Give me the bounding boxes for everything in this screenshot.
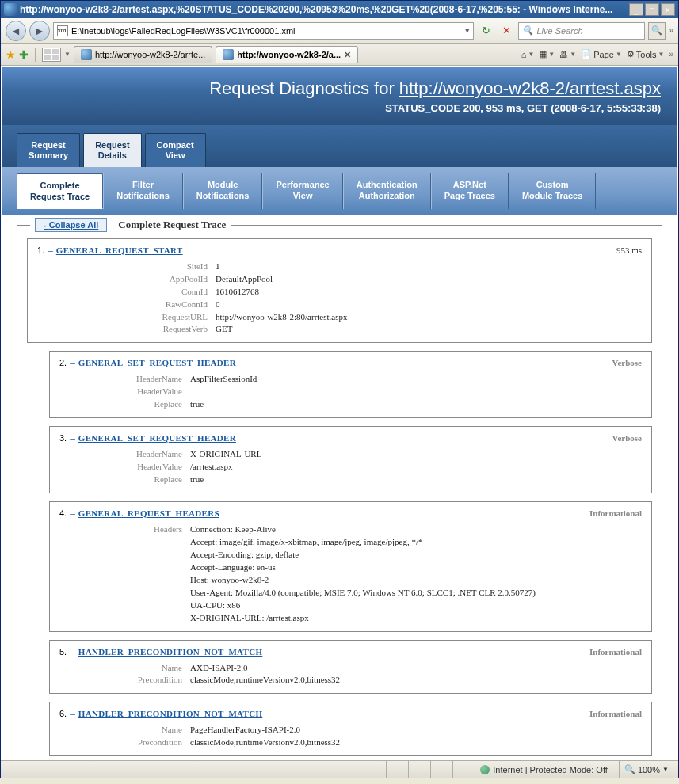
event-level: Informational: [589, 647, 642, 657]
globe-icon: [480, 765, 490, 774]
search-placeholder: Live Search: [536, 26, 582, 36]
trace-event: 4.–GENERAL_REQUEST_HEADERSInformationalH…: [49, 501, 652, 632]
search-icon: 🔍: [522, 25, 533, 36]
print-icon: 🖶: [559, 50, 568, 59]
ie-page-icon: [223, 49, 234, 60]
trace-event: 6.–HANDLER_PRECONDITION_NOT_MATCHInforma…: [49, 702, 652, 756]
tab-inactive[interactable]: http://wonyoo-w2k8-2/arrte...: [74, 46, 212, 63]
close-tab-icon[interactable]: ✕: [344, 50, 351, 60]
event-key: RequestURL: [37, 311, 216, 324]
event-number: 3.: [59, 433, 67, 443]
event-key: Headers: [59, 523, 190, 625]
search-go-button[interactable]: 🔍: [648, 22, 666, 40]
rss-icon: ▦: [539, 49, 547, 59]
tab-request-details[interactable]: Request Details: [83, 133, 141, 167]
event-name-link[interactable]: HANDLER_PRECONDITION_NOT_MATCH: [78, 709, 262, 718]
event-number: 5.: [59, 647, 67, 657]
collapse-toggle[interactable]: –: [70, 358, 75, 368]
maximize-button[interactable]: □: [645, 3, 659, 16]
collapse-toggle[interactable]: –: [70, 433, 75, 443]
add-favorite-icon[interactable]: ✚: [19, 48, 29, 61]
event-key: RawConnId: [37, 299, 216, 311]
chevron-icon[interactable]: »: [669, 50, 673, 59]
home-button[interactable]: ⌂▼: [521, 50, 535, 59]
address-dropdown[interactable]: ▾: [465, 25, 470, 36]
event-name-link[interactable]: GENERAL_SET_REQUEST_HEADER: [78, 433, 236, 443]
collapse-all-button[interactable]: - Collapse All: [35, 218, 107, 232]
event-value: Connection: Keep-AliveAccept: image/gif,…: [190, 523, 642, 625]
print-button[interactable]: 🖶▼: [559, 50, 576, 59]
event-value: DefaultAppPool: [216, 273, 642, 286]
subtab-module-notifications[interactable]: Module Notifications: [183, 173, 263, 208]
event-value: 1: [216, 261, 642, 273]
page-icon: 📄: [581, 49, 592, 59]
event-value: http://wonyoo-w2k8-2:80/arrtest.aspx: [216, 311, 642, 324]
subtab-auth[interactable]: Authentication Authorization: [343, 173, 431, 208]
diagnostics-subtitle: STATUS_CODE 200, 953 ms, GET (2008-6-17,…: [18, 102, 661, 114]
content-area: Request Diagnostics for http://wonyoo-w2…: [2, 67, 677, 759]
event-number: 6.: [59, 709, 67, 718]
trace-event: 5.–HANDLER_PRECONDITION_NOT_MATCHInforma…: [49, 640, 652, 695]
event-key: RequestVerb: [37, 323, 216, 336]
event-key: SiteId: [37, 261, 216, 273]
event-value: X-ORIGINAL-URL: [190, 448, 642, 461]
sb-done: [6, 761, 380, 778]
browser-window: http://wonyoo-w2k8-2/arrtest.aspx,%20STA…: [0, 0, 679, 778]
collapse-toggle[interactable]: –: [48, 245, 53, 256]
favorites-icon[interactable]: ★: [6, 48, 16, 61]
refresh-button[interactable]: ↻: [477, 22, 494, 40]
request-url-link[interactable]: http://wonyoo-w2k8-2/arrtest.aspx: [399, 78, 661, 98]
status-bar: Internet | Protected Mode: Off 🔍 100% ▼: [1, 760, 678, 778]
event-level: Verbose: [612, 358, 642, 367]
subtab-performance-view[interactable]: Performance View: [262, 173, 342, 208]
sb-zoom[interactable]: 🔍 100% ▼: [619, 761, 673, 778]
tab-compact-view[interactable]: Compact View: [145, 133, 206, 167]
quick-tabs-dropdown[interactable]: ▼: [64, 51, 71, 58]
event-key: Name: [59, 662, 190, 675]
gear-icon: ⚙: [627, 49, 635, 59]
address-bar[interactable]: xml E:\inetpub\logs\FailedReqLogFiles\W3…: [53, 22, 474, 40]
event-name-link[interactable]: GENERAL_REQUEST_START: [56, 245, 183, 255]
ie-page-icon: [81, 49, 92, 60]
event-name-link[interactable]: GENERAL_SET_REQUEST_HEADER: [78, 358, 236, 367]
subtab-complete-trace[interactable]: Complete Request Trace: [17, 173, 103, 208]
chevron-icon[interactable]: »: [669, 26, 673, 35]
quick-tabs-button[interactable]: [42, 48, 61, 62]
stop-button[interactable]: ✕: [498, 22, 515, 40]
collapse-toggle[interactable]: –: [70, 709, 75, 719]
tools-menu[interactable]: ⚙Tools▼: [627, 49, 665, 59]
tab-active[interactable]: http://wonyoo-w2k8-2/a... ✕: [216, 46, 358, 63]
forward-button[interactable]: ►: [29, 21, 50, 41]
event-key: Precondition: [59, 674, 190, 687]
event-value: 1610612768: [216, 286, 642, 299]
tab-request-summary[interactable]: Request Summary: [17, 133, 80, 167]
subtab-aspnet-traces[interactable]: ASP.Net Page Traces: [431, 173, 509, 208]
ie-icon: [4, 3, 17, 16]
event-key: Name: [59, 724, 190, 736]
event-key: Replace: [59, 398, 190, 411]
tab-toolbar: ★ ✚ ▼ http://wonyoo-w2k8-2/arrte... http…: [1, 44, 678, 66]
close-button[interactable]: ×: [661, 3, 675, 16]
event-key: Precondition: [59, 736, 190, 749]
search-box[interactable]: 🔍 Live Search: [518, 22, 645, 40]
subtab-custom-traces[interactable]: Custom Module Traces: [509, 173, 596, 208]
event-value: [190, 386, 642, 398]
title-prefix: Request Diagnostics for: [209, 78, 399, 98]
collapse-toggle[interactable]: –: [70, 647, 75, 657]
event-name-link[interactable]: GENERAL_REQUEST_HEADERS: [78, 508, 219, 518]
panel-title: Complete Request Trace: [118, 219, 226, 231]
trace-event: 2.–GENERAL_SET_REQUEST_HEADERVerboseHead…: [49, 351, 652, 418]
event-level: Verbose: [612, 433, 642, 443]
page-menu[interactable]: 📄Page▼: [581, 49, 622, 59]
minimize-button[interactable]: _: [629, 3, 643, 16]
event-key: HeaderName: [59, 448, 190, 461]
subtab-filter-notifications[interactable]: Filter Notifications: [103, 173, 183, 208]
event-value: classicMode,runtimeVersionv2.0,bitness32: [190, 674, 642, 687]
back-button[interactable]: ◄: [6, 21, 26, 41]
collapse-toggle[interactable]: –: [70, 508, 75, 519]
event-name-link[interactable]: HANDLER_PRECONDITION_NOT_MATCH: [78, 647, 262, 657]
feeds-button[interactable]: ▦▼: [539, 49, 555, 59]
event-key: HeaderValue: [59, 461, 190, 474]
event-number: 1.: [37, 245, 44, 255]
fieldset-legend: - Collapse All Complete Request Trace: [30, 218, 231, 232]
